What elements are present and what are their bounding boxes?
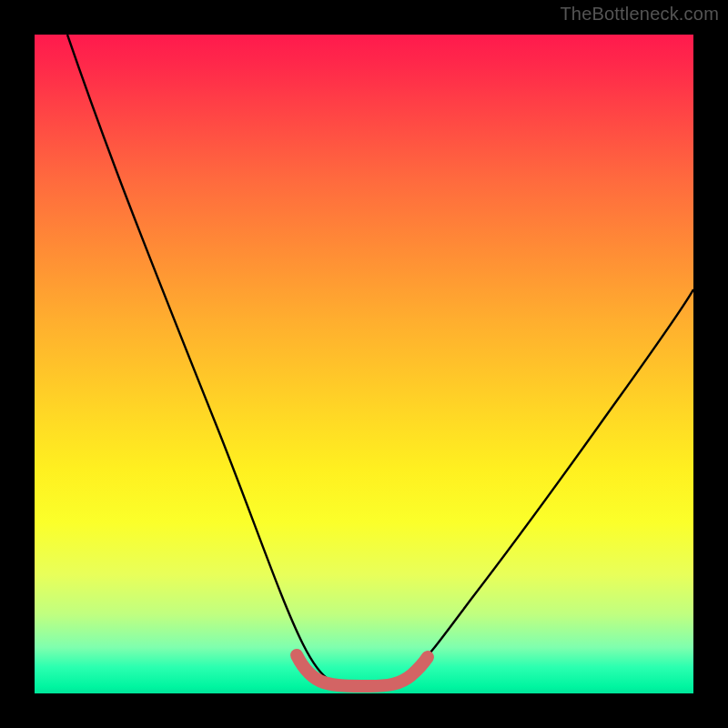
- plot-area: [35, 35, 693, 693]
- bottleneck-curve-line: [67, 35, 693, 684]
- chart-frame: TheBottleneck.com: [0, 0, 728, 728]
- watermark-text: TheBottleneck.com: [560, 4, 719, 25]
- chart-svg: [35, 35, 693, 693]
- optimal-band-highlight: [297, 655, 428, 686]
